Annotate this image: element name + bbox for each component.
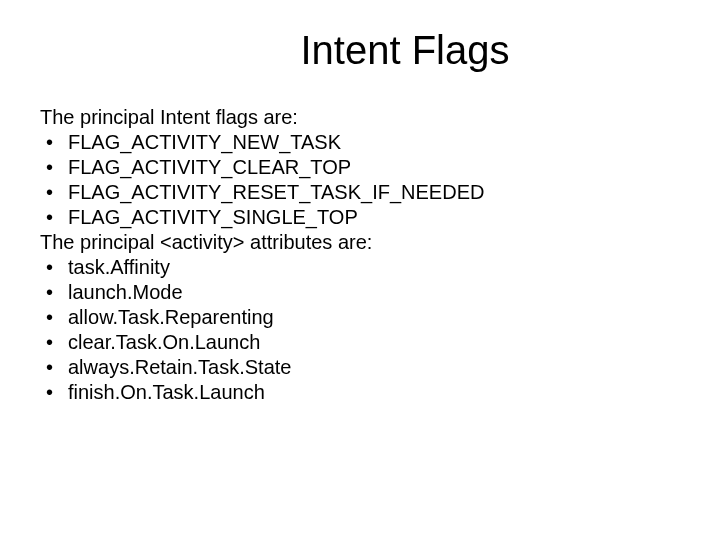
list-item: FLAG_ACTIVITY_NEW_TASK [40,130,680,155]
list-item: task.Affinity [40,255,680,280]
flags-list: FLAG_ACTIVITY_NEW_TASK FLAG_ACTIVITY_CLE… [40,130,680,230]
list-item: allow.Task.Reparenting [40,305,680,330]
list-item: FLAG_ACTIVITY_SINGLE_TOP [40,205,680,230]
slide-title: Intent Flags [40,28,680,73]
list-item: FLAG_ACTIVITY_RESET_TASK_IF_NEEDED [40,180,680,205]
list-item: finish.On.Task.Launch [40,380,680,405]
intro-flags: The principal Intent flags are: [40,105,680,130]
slide-content: The principal Intent flags are: FLAG_ACT… [40,105,680,405]
list-item: always.Retain.Task.State [40,355,680,380]
list-item: clear.Task.On.Launch [40,330,680,355]
slide-container: Intent Flags The principal Intent flags … [0,0,720,540]
intro-attributes: The principal <activity> attributes are: [40,230,680,255]
list-item: launch.Mode [40,280,680,305]
attributes-list: task.Affinity launch.Mode allow.Task.Rep… [40,255,680,405]
list-item: FLAG_ACTIVITY_CLEAR_TOP [40,155,680,180]
